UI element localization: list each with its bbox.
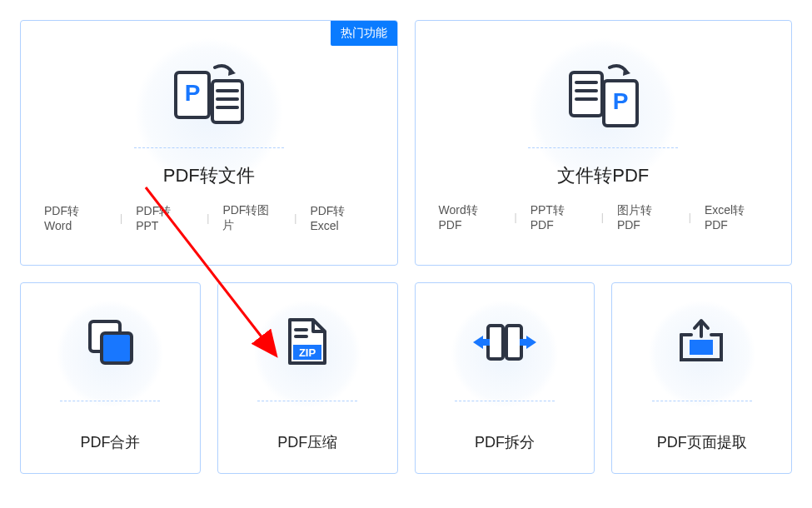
svg-marker-7 [623,67,630,76]
sub-option[interactable]: PDF转Word [37,204,113,232]
card-title: 文件转PDF [557,163,649,188]
card-title: PDF拆分 [475,432,535,452]
card-title: PDF压缩 [277,432,337,452]
sub-options: PDF转Word| PDF转PPT| PDF转图片| PDF转Excel [37,203,381,233]
compress-icon: ZIP [285,308,331,375]
sub-option[interactable]: Excel转PDF [698,203,775,232]
svg-marker-0 [228,67,236,76]
sub-option[interactable]: PDF转图片 [216,203,287,233]
split-icon [471,308,538,375]
svg-rect-15 [102,333,132,363]
sub-option[interactable]: 图片转PDF [610,203,682,232]
divider [257,401,357,401]
svg-text:P: P [612,88,628,114]
card-file-to-pdf[interactable]: P 文件转PDF Word转PDF| PPT转PDF| 图片转PDF| Exce… [415,20,793,266]
svg-text:P: P [185,80,201,106]
divider [528,147,678,148]
svg-rect-8 [570,72,602,116]
card-title: PDF转文件 [163,163,255,188]
card-pdf-to-file[interactable]: 热门功能 P PDF转文件 PDF转Word| PDF转PPT| [20,20,398,266]
svg-rect-1 [212,81,242,122]
file-to-pdf-icon: P [564,54,643,137]
card-pdf-merge[interactable]: PDF合并 [20,282,201,474]
sub-option[interactable]: PDF转Excel [303,204,380,232]
pdf-to-file-icon: P [169,54,248,137]
divider [455,401,555,401]
divider [134,147,284,148]
svg-rect-24 [690,340,713,355]
sub-option[interactable]: Word转PDF [432,203,508,232]
hot-badge: 热门功能 [331,21,397,46]
extract-icon [675,308,729,375]
sub-option[interactable]: PPT转PDF [524,203,595,232]
card-pdf-extract[interactable]: PDF页面提取 [611,282,792,474]
card-pdf-split[interactable]: PDF拆分 [415,282,595,474]
divider [652,401,752,401]
divider [60,401,160,401]
svg-text:ZIP: ZIP [299,346,316,359]
card-title: PDF页面提取 [657,432,747,452]
svg-rect-20 [488,326,503,359]
sub-options: Word转PDF| PPT转PDF| 图片转PDF| Excel转PDF [432,203,775,232]
card-title: PDF合并 [80,432,140,452]
svg-rect-21 [506,326,521,359]
card-pdf-compress[interactable]: ZIP PDF压缩 [217,282,398,474]
merge-icon [83,308,137,375]
sub-option[interactable]: PDF转PPT [129,204,200,232]
